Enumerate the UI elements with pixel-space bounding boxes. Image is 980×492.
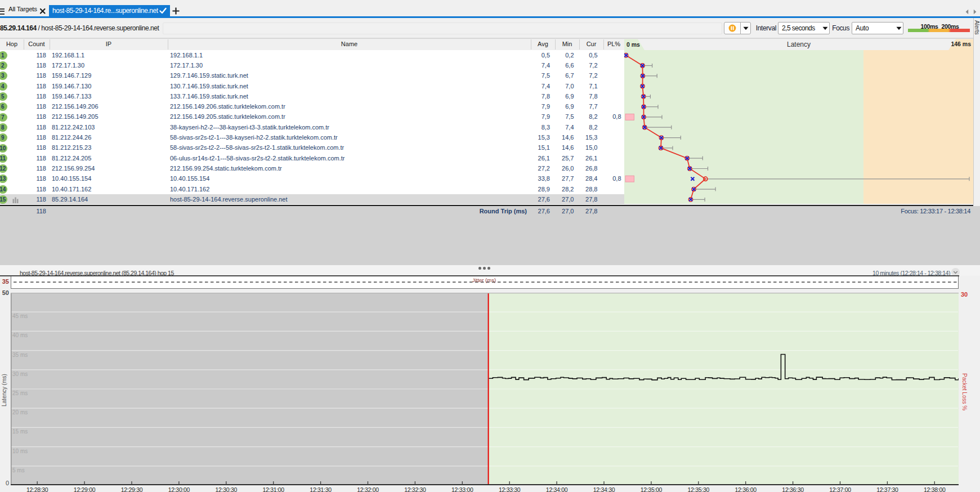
svg-text:30 ms: 30 ms (12, 371, 28, 377)
svg-text:40 ms: 40 ms (12, 332, 28, 338)
svg-text:10 ms: 10 ms (12, 448, 28, 454)
svg-text:146 ms: 146 ms (951, 41, 971, 47)
svg-text:20 ms: 20 ms (12, 409, 28, 415)
svg-text:45 ms: 45 ms (12, 313, 28, 319)
svg-text:35 ms: 35 ms (12, 352, 28, 358)
svg-text:15 ms: 15 ms (12, 428, 28, 435)
svg-text:Latency: Latency (787, 41, 811, 48)
svg-text:0 ms: 0 ms (627, 41, 640, 48)
svg-text:25 ms: 25 ms (12, 390, 28, 396)
svg-text:5 ms: 5 ms (12, 467, 25, 473)
